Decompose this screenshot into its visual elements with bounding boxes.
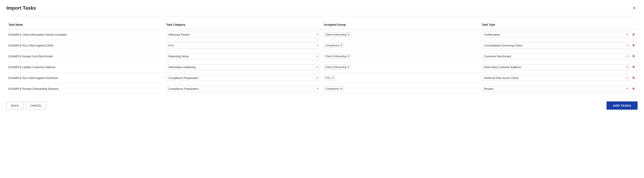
task-type-wrapper-3: ConfirmationConsolidated Screening Check… [482,64,636,70]
group-tag-remove-2[interactable]: ✕ [347,55,350,58]
task-name-3: EXAMPLE Update Customer Address [6,64,164,70]
delete-row-button-3[interactable]: ✕ [631,65,636,69]
task-name-5: EXAMPLE Review Onboarding Request [6,86,164,92]
task-type-wrapper-4: ConfirmationConsolidated Screening Check… [482,75,636,81]
task-type-cell-5: ConfirmationConsolidated Screening Check… [480,84,638,94]
table-row: EXAMPLE Update Customer AddressWelcome P… [6,62,638,72]
footer-left-buttons: BACK CANCEL [6,102,46,110]
modal-title: Import Tasks [6,5,36,11]
task-name-0: EXAMPLE Client Information Packet Comple… [6,32,164,38]
group-tag-remove-0[interactable]: ✕ [347,33,350,36]
task-category-cell-3: Welcome PacketKYCReporting SetupInformat… [164,62,322,72]
group-tag-remove-1[interactable]: ✕ [340,44,342,47]
table-row: EXAMPLE Assign Fund BenchmarkWelcome Pac… [6,51,638,62]
task-category-cell-1: Welcome PacketKYCReporting SetupInformat… [164,41,322,50]
add-tasks-button[interactable]: ADD TASKS [606,102,638,110]
group-tag-text-0: Client Onboarding [326,33,346,36]
task-category-wrapper-1: Welcome PacketKYCReporting SetupInformat… [166,42,320,48]
task-type-select-3[interactable]: ConfirmationConsolidated Screening Check… [482,64,630,70]
task-type-select-wrap-1: ConfirmationConsolidated Screening Check… [482,42,630,48]
task-type-select-wrap-5: ConfirmationConsolidated Screening Check… [482,86,630,92]
task-category-wrapper-0: Welcome PacketKYCReporting SetupInformat… [166,32,320,38]
import-tasks-modal: Import Tasks ✕ Task Name Task Category A… [0,0,644,178]
group-tag-text-2: Client Onboarding [326,55,346,58]
task-type-select-wrap-0: ConfirmationConsolidated Screening Check… [482,32,630,38]
task-category-select-4[interactable]: Welcome PacketKYCReporting SetupInformat… [166,75,320,81]
assigned-group-cell-2: Client Onboarding✕ [322,52,480,60]
group-tag-remove-5[interactable]: ✕ [340,88,342,90]
close-button[interactable]: ✕ [631,5,638,11]
table-body: EXAMPLE Client Information Packet Comple… [6,29,638,94]
tag-container-1: Compliance✕ [324,43,344,48]
task-name-2: EXAMPLE Assign Fund Benchmark [6,53,164,60]
header-task-type: Task Type [480,22,638,28]
group-tag-remove-4[interactable]: ✕ [332,76,334,79]
task-category-cell-4: Welcome PacketKYCReporting SetupInformat… [164,73,322,82]
delete-row-button-0[interactable]: ✕ [631,33,636,36]
tag-container-2: Client Onboarding✕ [324,54,351,58]
task-category-wrapper-5: Welcome PacketKYCReporting SetupInformat… [166,86,320,92]
group-tag-text-5: Compliance [326,87,339,90]
table-row: EXAMPLE Run Client Against NorthrowWelco… [6,72,638,84]
header-assigned-group: Assigned Group [322,22,480,28]
table-row: EXAMPLE Run Client Against OFACWelcome P… [6,40,638,51]
task-type-select-2[interactable]: ConfirmationConsolidated Screening Check… [482,53,630,59]
group-tag-5: Compliance✕ [324,86,344,91]
task-type-wrapper-0: ConfirmationConsolidated Screening Check… [482,32,636,38]
task-category-select-2[interactable]: Welcome PacketKYCReporting SetupInformat… [166,53,320,59]
task-category-wrapper-2: Welcome PacketKYCReporting SetupInformat… [166,53,320,59]
task-type-cell-2: ConfirmationConsolidated Screening Check… [480,52,638,61]
assigned-group-cell-1: Compliance✕ [322,42,480,49]
task-type-wrapper-5: ConfirmationConsolidated Screening Check… [482,86,636,92]
assigned-group-cell-0: Client Onboarding✕ [322,31,480,38]
delete-row-button-5[interactable]: ✕ [631,87,636,90]
task-category-select-5[interactable]: Welcome PacketKYCReporting SetupInformat… [166,86,320,92]
group-tag-text-4: KYC [326,76,331,80]
task-name-4: EXAMPLE Run Client Against Northrow [6,75,164,81]
header-task-category: Task Category [164,22,322,28]
task-category-cell-2: Welcome PacketKYCReporting SetupInformat… [164,52,322,61]
task-type-wrapper-2: ConfirmationConsolidated Screening Check… [482,53,636,59]
footer: BACK CANCEL ADD TASKS [6,99,638,110]
task-type-select-4[interactable]: ConfirmationConsolidated Screening Check… [482,75,630,81]
task-type-cell-4: ConfirmationConsolidated Screening Check… [480,73,638,82]
assigned-group-cell-4: KYC✕ [322,74,480,82]
table-row: EXAMPLE Review Onboarding RequestWelcome… [6,84,638,94]
task-category-cell-5: Welcome PacketKYCReporting SetupInformat… [164,84,322,94]
table-header-row: Task Name Task Category Assigned Group T… [6,20,638,29]
back-button[interactable]: BACK [6,102,24,110]
task-type-select-5[interactable]: ConfirmationConsolidated Screening Check… [482,86,630,92]
tag-container-5: Compliance✕ [324,86,344,91]
cancel-button[interactable]: CANCEL [25,102,46,110]
task-category-select-1[interactable]: Welcome PacketKYCReporting SetupInformat… [166,42,320,48]
modal-header: Import Tasks ✕ [6,5,638,11]
task-category-cell-0: Welcome PacketKYCReporting SetupInformat… [164,30,322,39]
table-row: EXAMPLE Client Information Packet Comple… [6,29,638,40]
task-category-wrapper-3: Welcome PacketKYCReporting SetupInformat… [166,64,320,70]
task-type-select-0[interactable]: ConfirmationConsolidated Screening Check… [482,32,630,38]
task-category-select-0[interactable]: Welcome PacketKYCReporting SetupInformat… [166,32,320,38]
group-tag-remove-3[interactable]: ✕ [347,66,350,68]
tag-container-4: KYC✕ [324,76,335,80]
group-tag-2: Client Onboarding✕ [324,54,351,58]
task-type-select-wrap-4: ConfirmationConsolidated Screening Check… [482,75,630,81]
tag-container-0: Client Onboarding✕ [324,32,351,37]
group-tag-0: Client Onboarding✕ [324,32,351,37]
task-type-cell-0: ConfirmationConsolidated Screening Check… [480,30,638,39]
tag-container-3: Client Onboarding✕ [324,65,351,69]
task-category-select-3[interactable]: Welcome PacketKYCReporting SetupInformat… [166,64,320,70]
group-tag-text-3: Client Onboarding [326,66,346,68]
assigned-group-cell-5: Compliance✕ [322,85,480,92]
group-tag-text-1: Compliance [326,44,339,47]
delete-row-button-1[interactable]: ✕ [631,44,636,47]
task-type-wrapper-1: ConfirmationConsolidated Screening Check… [482,42,636,48]
group-tag-3: Client Onboarding✕ [324,65,351,69]
task-type-cell-1: ConfirmationConsolidated Screening Check… [480,41,638,50]
assigned-group-cell-3: Client Onboarding✕ [322,63,480,71]
task-type-select-wrap-2: ConfirmationConsolidated Screening Check… [482,53,630,59]
delete-row-button-2[interactable]: ✕ [631,54,636,58]
task-type-cell-3: ConfirmationConsolidated Screening Check… [480,62,638,72]
task-type-select-1[interactable]: ConfirmationConsolidated Screening Check… [482,42,630,48]
task-name-1: EXAMPLE Run Client Against OFAC [6,42,164,49]
delete-row-button-4[interactable]: ✕ [631,76,636,80]
